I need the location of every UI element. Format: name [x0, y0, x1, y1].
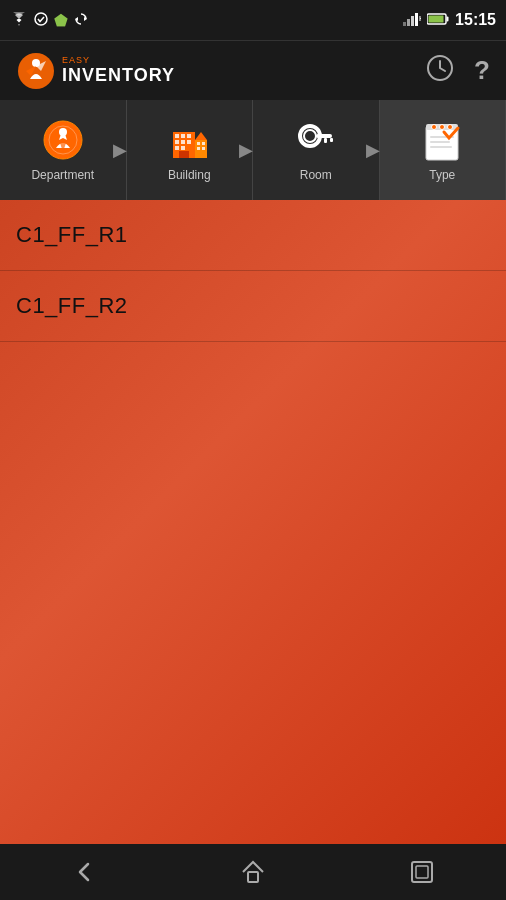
- tab-building[interactable]: Building ▶: [127, 100, 254, 200]
- app-bar-actions: ?: [426, 54, 490, 88]
- svg-point-44: [448, 125, 453, 130]
- android-icon: ⬟: [54, 11, 68, 30]
- tab-department-label: Department: [31, 168, 94, 182]
- svg-rect-48: [248, 872, 258, 882]
- svg-rect-10: [429, 16, 444, 23]
- svg-rect-30: [197, 142, 200, 145]
- tab-room[interactable]: Room ▶: [253, 100, 380, 200]
- svg-rect-24: [181, 140, 185, 144]
- svg-rect-20: [175, 134, 179, 138]
- signal-icon: H: [403, 12, 421, 29]
- svg-rect-32: [197, 147, 200, 150]
- svg-rect-21: [181, 134, 185, 138]
- help-button[interactable]: ?: [474, 55, 490, 86]
- main-content: C1_FF_R1 C1_FF_R2: [0, 200, 506, 844]
- svg-rect-9: [447, 17, 449, 22]
- svg-rect-6: [415, 13, 418, 26]
- list-item-2-text: C1_FF_R2: [16, 293, 128, 318]
- svg-rect-5: [411, 16, 414, 26]
- bottom-nav: [0, 844, 506, 900]
- compass-icon: [41, 118, 85, 162]
- svg-rect-22: [187, 134, 191, 138]
- svg-rect-38: [324, 138, 327, 143]
- logo-icon: [16, 51, 56, 91]
- svg-rect-4: [407, 19, 410, 26]
- svg-rect-27: [181, 146, 185, 150]
- svg-rect-29: [195, 140, 207, 158]
- svg-point-36: [304, 130, 316, 142]
- svg-point-14: [44, 121, 82, 159]
- notepad-icon: [420, 118, 464, 162]
- svg-rect-25: [187, 140, 191, 144]
- app-logo: easy INVENTORY: [16, 51, 175, 91]
- svg-rect-31: [202, 142, 205, 145]
- clock-icon: [426, 54, 454, 82]
- list-item-2[interactable]: C1_FF_R2: [0, 271, 506, 342]
- wifi-icon: [10, 12, 28, 29]
- svg-rect-23: [175, 140, 179, 144]
- svg-rect-47: [430, 146, 452, 148]
- tab-department[interactable]: Department ▶: [0, 100, 127, 200]
- tab-building-label: Building: [168, 168, 211, 182]
- svg-rect-46: [430, 141, 450, 143]
- svg-rect-3: [403, 22, 406, 26]
- key-icon: [294, 118, 338, 162]
- building-icon: [167, 118, 211, 162]
- history-button[interactable]: [426, 54, 454, 88]
- svg-rect-39: [330, 138, 333, 142]
- back-button[interactable]: [54, 852, 114, 892]
- svg-rect-26: [175, 146, 179, 150]
- recents-icon: [408, 858, 436, 886]
- svg-rect-49: [412, 862, 432, 882]
- battery-icon: [427, 12, 449, 28]
- status-icons-left: ⬟: [10, 11, 88, 30]
- recents-button[interactable]: [392, 852, 452, 892]
- svg-point-43: [440, 125, 445, 130]
- status-icons-right: H 15:15: [403, 11, 496, 29]
- tab-type-label: Type: [429, 168, 455, 182]
- svg-point-0: [35, 13, 47, 25]
- tab-arrow-2: ▶: [239, 139, 253, 161]
- status-bar: ⬟ H: [0, 0, 506, 40]
- svg-point-42: [432, 125, 437, 130]
- svg-rect-50: [416, 866, 428, 878]
- home-button[interactable]: [223, 852, 283, 892]
- svg-rect-37: [316, 134, 332, 138]
- tab-room-label: Room: [300, 168, 332, 182]
- sync-icon: [74, 12, 88, 29]
- logo-text-block: easy INVENTORY: [62, 56, 175, 86]
- help-icon: ?: [474, 55, 490, 85]
- time-display: 15:15: [455, 11, 496, 29]
- svg-marker-34: [195, 132, 207, 140]
- home-icon: [239, 858, 267, 886]
- list-item-1[interactable]: C1_FF_R1: [0, 200, 506, 271]
- tab-arrow-3: ▶: [366, 139, 380, 161]
- back-icon: [70, 858, 98, 886]
- list-item-1-text: C1_FF_R1: [16, 222, 128, 247]
- svg-rect-33: [202, 147, 205, 150]
- check-icon: [34, 12, 48, 29]
- tab-arrow-1: ▶: [113, 139, 127, 161]
- svg-rect-28: [179, 151, 189, 158]
- svg-point-11: [18, 53, 54, 89]
- app-bar: easy INVENTORY ?: [0, 40, 506, 100]
- svg-text:H: H: [419, 15, 421, 22]
- tab-type[interactable]: Type: [380, 100, 507, 200]
- tab-bar: Department ▶ Building ▶: [0, 100, 506, 200]
